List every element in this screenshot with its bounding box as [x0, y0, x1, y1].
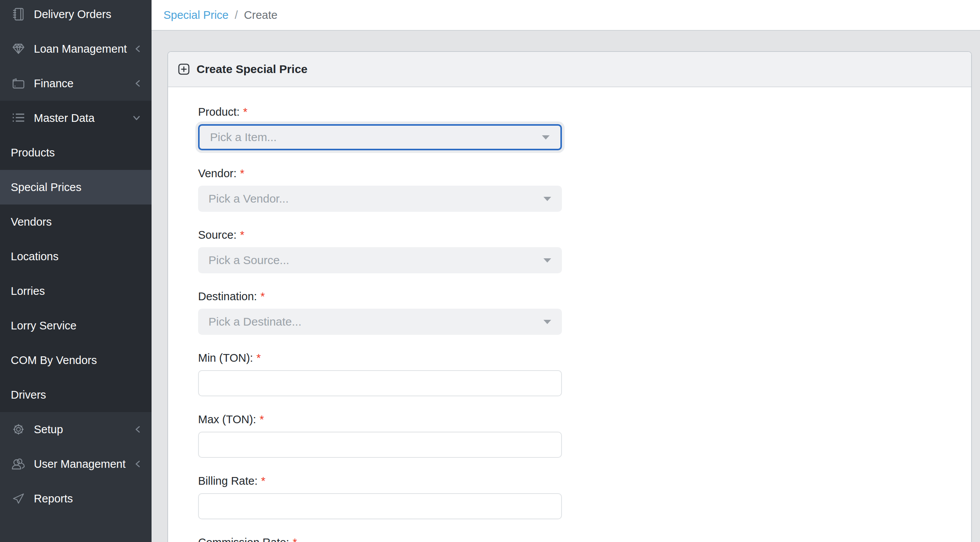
- min-ton-input[interactable]: [198, 370, 562, 396]
- required-asterisk: *: [257, 352, 261, 364]
- sidebar-item-label: Delivery Orders: [34, 8, 111, 21]
- field-label: Commission Rate: *: [198, 536, 971, 542]
- chevron-left-icon: [135, 425, 141, 434]
- commission-rate-label: Commission Rate:: [198, 536, 289, 542]
- min-ton-label: Min (TON):: [198, 352, 253, 364]
- field-max-ton: Max (TON): *: [198, 413, 971, 458]
- product-label: Product:: [198, 106, 240, 118]
- sidebar-item-products[interactable]: Products: [0, 135, 152, 170]
- field-label: Destination: *: [198, 290, 971, 304]
- field-label: Max (TON): *: [198, 413, 971, 427]
- sidebar-item-label: Master Data: [34, 112, 95, 125]
- field-vendor: Vendor: * Pick a Vendor...: [198, 167, 971, 212]
- caret-down-icon: [543, 197, 551, 201]
- sidebar-item-lorry-service[interactable]: Lorry Service: [0, 308, 152, 343]
- sidebar: Delivery Orders Loan Management: [0, 0, 152, 542]
- billing-rate-label: Billing Rate:: [198, 475, 258, 487]
- gear-icon: [12, 423, 25, 436]
- main-content: Create Special Price Product: * Pick a I…: [152, 32, 980, 542]
- field-min-ton: Min (TON): *: [198, 352, 971, 396]
- sidebar-item-label: COM By Vendors: [11, 354, 97, 367]
- create-form: Product: * Pick a Item... Vendor: *: [168, 87, 971, 542]
- sidebar-item-label: Setup: [34, 423, 63, 436]
- required-asterisk: *: [261, 475, 265, 487]
- required-asterisk: *: [243, 106, 247, 118]
- sidebar-item-label: Products: [11, 146, 55, 159]
- breadcrumb-separator: /: [235, 9, 238, 22]
- sidebar-item-label: User Management: [34, 458, 126, 471]
- destination-select[interactable]: Pick a Destinate...: [198, 309, 562, 335]
- send-icon: [12, 493, 25, 504]
- destination-label: Destination:: [198, 290, 257, 303]
- sidebar-item-reports[interactable]: Reports: [0, 481, 152, 516]
- vendor-select[interactable]: Pick a Vendor...: [198, 186, 562, 212]
- chevron-left-icon: [135, 79, 141, 88]
- field-commission-rate: Commission Rate: *: [198, 536, 971, 542]
- field-product: Product: * Pick a Item...: [198, 106, 971, 150]
- chevron-left-icon: [135, 45, 141, 53]
- max-ton-label: Max (TON):: [198, 413, 256, 426]
- sidebar-item-label: Finance: [34, 77, 73, 90]
- destination-select-placeholder: Pick a Destinate...: [208, 315, 302, 328]
- sidebar-item-label: Loan Management: [34, 43, 127, 55]
- breadcrumb-link-special-price[interactable]: Special Price: [163, 9, 228, 22]
- sidebar-section-master-data: Master Data Products Special Prices Vend…: [0, 101, 152, 412]
- source-label: Source:: [198, 229, 237, 241]
- create-special-price-card: Create Special Price Product: * Pick a I…: [167, 51, 972, 542]
- card-header: Create Special Price: [168, 52, 971, 87]
- sidebar-item-label: Vendors: [11, 216, 52, 228]
- sidebar-item-delivery-orders[interactable]: Delivery Orders: [0, 0, 152, 32]
- sidebar-item-drivers[interactable]: Drivers: [0, 377, 152, 412]
- field-destination: Destination: * Pick a Destinate...: [198, 290, 971, 335]
- required-asterisk: *: [293, 536, 297, 542]
- field-label: Billing Rate: *: [198, 475, 971, 488]
- sidebar-item-loan-management[interactable]: Loan Management: [0, 32, 152, 66]
- caret-down-icon: [543, 320, 551, 324]
- field-label: Product: *: [198, 106, 971, 119]
- field-billing-rate: Billing Rate: *: [198, 475, 971, 519]
- vendor-label: Vendor:: [198, 167, 237, 180]
- sidebar-item-label: Reports: [34, 492, 73, 505]
- sidebar-item-user-management[interactable]: User Management: [0, 447, 152, 481]
- sidebar-item-label: Locations: [11, 250, 58, 263]
- source-select[interactable]: Pick a Source...: [198, 247, 562, 273]
- sidebar-item-vendors[interactable]: Vendors: [0, 204, 152, 239]
- plus-square-icon: [177, 63, 190, 76]
- caret-down-icon: [542, 135, 550, 140]
- field-label: Source: *: [198, 229, 971, 242]
- topbar: Special Price / Create: [152, 0, 980, 31]
- users-icon: [12, 458, 25, 470]
- required-asterisk: *: [240, 167, 244, 180]
- sidebar-item-label: Special Prices: [11, 181, 82, 194]
- chevron-left-icon: [135, 460, 141, 468]
- sidebar-item-locations[interactable]: Locations: [0, 239, 152, 274]
- product-select[interactable]: Pick a Item...: [198, 124, 562, 150]
- sidebar-item-label: Lorries: [11, 285, 45, 298]
- gem-icon: [12, 43, 25, 55]
- caret-down-icon: [543, 258, 551, 263]
- wallet-icon: [12, 78, 25, 89]
- required-asterisk: *: [240, 229, 244, 241]
- sidebar-item-finance[interactable]: Finance: [0, 66, 152, 101]
- sidebar-item-setup[interactable]: Setup: [0, 412, 152, 447]
- vendor-select-placeholder: Pick a Vendor...: [208, 192, 288, 205]
- chevron-down-icon: [132, 115, 141, 121]
- required-asterisk: *: [260, 413, 264, 426]
- max-ton-input[interactable]: [198, 432, 562, 458]
- sidebar-item-label: Lorry Service: [11, 319, 77, 332]
- card-title: Create Special Price: [197, 63, 308, 76]
- sidebar-item-master-data[interactable]: Master Data: [0, 101, 152, 135]
- field-label: Min (TON): *: [198, 352, 971, 365]
- sidebar-item-special-prices[interactable]: Special Prices: [0, 170, 152, 204]
- billing-rate-input[interactable]: [198, 493, 562, 519]
- sidebar-item-lorries[interactable]: Lorries: [0, 274, 152, 308]
- field-label: Vendor: *: [198, 167, 971, 181]
- list-icon: [12, 113, 25, 123]
- field-source: Source: * Pick a Source...: [198, 229, 971, 273]
- sidebar-item-label: Drivers: [11, 389, 46, 401]
- notebook-icon: [12, 7, 25, 21]
- sidebar-item-com-by-vendors[interactable]: COM By Vendors: [0, 343, 152, 377]
- product-select-placeholder: Pick a Item...: [210, 131, 277, 144]
- source-select-placeholder: Pick a Source...: [208, 254, 289, 267]
- required-asterisk: *: [260, 290, 265, 303]
